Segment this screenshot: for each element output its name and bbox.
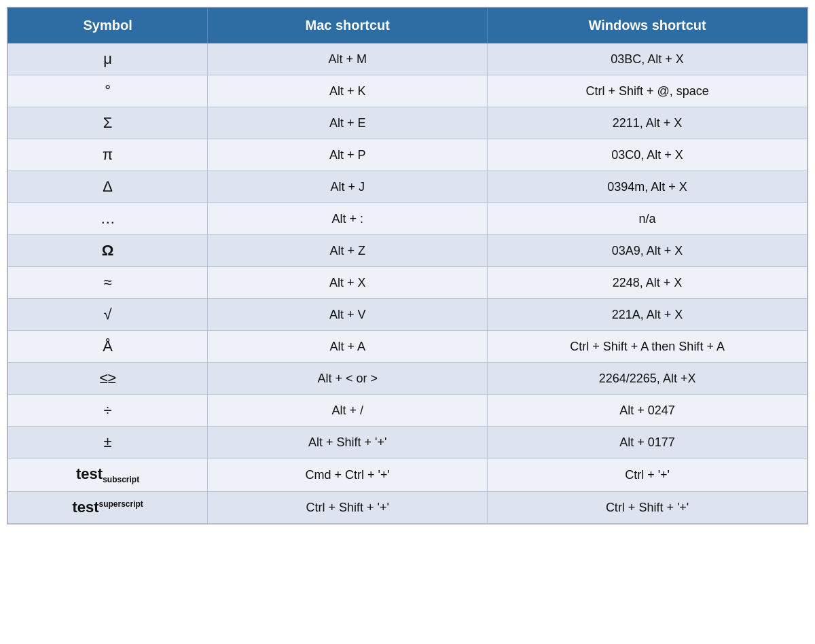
table-row: ÅAlt + ACtrl + Shift + A then Shift + A: [8, 331, 808, 363]
cell-mac-shortcut: Alt + V: [208, 299, 488, 331]
cell-symbol: Ω: [8, 235, 208, 267]
header-symbol: Symbol: [8, 8, 208, 43]
shortcuts-table: Symbol Mac shortcut Windows shortcut μAl…: [7, 7, 808, 524]
cell-symbol: ±: [8, 427, 208, 459]
header-windows: Windows shortcut: [488, 8, 808, 43]
cell-mac-shortcut: Alt + A: [208, 331, 488, 363]
cell-symbol: Δ: [8, 171, 208, 203]
cell-windows-shortcut: 2211, Alt + X: [488, 107, 808, 139]
cell-mac-shortcut: Alt + K: [208, 75, 488, 107]
cell-mac-shortcut: Ctrl + Shift + '+': [208, 492, 488, 524]
table-header-row: Symbol Mac shortcut Windows shortcut: [8, 8, 808, 43]
cell-symbol: √: [8, 299, 208, 331]
cell-windows-shortcut: 03BC, Alt + X: [488, 43, 808, 75]
cell-mac-shortcut: Alt + Shift + '+': [208, 427, 488, 459]
table-row: ÷Alt + /Alt + 0247: [8, 395, 808, 427]
table-row: πAlt + P03C0, Alt + X: [8, 139, 808, 171]
table-row: μAlt + M03BC, Alt + X: [8, 43, 808, 75]
cell-windows-shortcut: n/a: [488, 203, 808, 235]
cell-symbol: °: [8, 75, 208, 107]
table-row: √Alt + V221A, Alt + X: [8, 299, 808, 331]
cell-windows-shortcut: 03A9, Alt + X: [488, 235, 808, 267]
cell-symbol: μ: [8, 43, 208, 75]
header-mac: Mac shortcut: [208, 8, 488, 43]
cell-mac-shortcut: Alt + J: [208, 171, 488, 203]
table-row: ΣAlt + E2211, Alt + X: [8, 107, 808, 139]
shortcuts-table-container: Symbol Mac shortcut Windows shortcut μAl…: [7, 7, 808, 524]
cell-symbol: testsuperscript: [8, 492, 208, 524]
cell-symbol: Σ: [8, 107, 208, 139]
cell-mac-shortcut: Alt + Z: [208, 235, 488, 267]
cell-windows-shortcut: Alt + 0177: [488, 427, 808, 459]
table-row: ΔAlt + J0394m, Alt + X: [8, 171, 808, 203]
cell-windows-shortcut: 0394m, Alt + X: [488, 171, 808, 203]
table-row: ΩAlt + Z03A9, Alt + X: [8, 235, 808, 267]
cell-mac-shortcut: Alt + P: [208, 139, 488, 171]
cell-symbol: testsubscript: [8, 459, 208, 492]
table-row: testsuperscriptCtrl + Shift + '+'Ctrl + …: [8, 492, 808, 524]
cell-windows-shortcut: Ctrl + Shift + A then Shift + A: [488, 331, 808, 363]
cell-mac-shortcut: Alt + :: [208, 203, 488, 235]
cell-windows-shortcut: Ctrl + Shift + '+': [488, 492, 808, 524]
table-row: °Alt + KCtrl + Shift + @, space: [8, 75, 808, 107]
cell-mac-shortcut: Alt + X: [208, 267, 488, 299]
cell-symbol: ÷: [8, 395, 208, 427]
table-row: testsubscriptCmd + Ctrl + '+'Ctrl + '+': [8, 459, 808, 492]
cell-symbol: π: [8, 139, 208, 171]
cell-symbol: ≤≥: [8, 363, 208, 395]
cell-windows-shortcut: Ctrl + '+': [488, 459, 808, 492]
cell-windows-shortcut: 2264/2265, Alt +X: [488, 363, 808, 395]
cell-windows-shortcut: 2248, Alt + X: [488, 267, 808, 299]
table-row: ±Alt + Shift + '+'Alt + 0177: [8, 427, 808, 459]
cell-windows-shortcut: 221A, Alt + X: [488, 299, 808, 331]
cell-symbol: ≈: [8, 267, 208, 299]
cell-symbol: …: [8, 203, 208, 235]
table-row: ≤≥Alt + < or >2264/2265, Alt +X: [8, 363, 808, 395]
cell-mac-shortcut: Alt + /: [208, 395, 488, 427]
cell-mac-shortcut: Alt + E: [208, 107, 488, 139]
cell-mac-shortcut: Cmd + Ctrl + '+': [208, 459, 488, 492]
table-row: ≈Alt + X2248, Alt + X: [8, 267, 808, 299]
table-row: …Alt + :n/a: [8, 203, 808, 235]
cell-windows-shortcut: 03C0, Alt + X: [488, 139, 808, 171]
cell-windows-shortcut: Ctrl + Shift + @, space: [488, 75, 808, 107]
cell-mac-shortcut: Alt + M: [208, 43, 488, 75]
cell-symbol: Å: [8, 331, 208, 363]
cell-windows-shortcut: Alt + 0247: [488, 395, 808, 427]
cell-mac-shortcut: Alt + < or >: [208, 363, 488, 395]
